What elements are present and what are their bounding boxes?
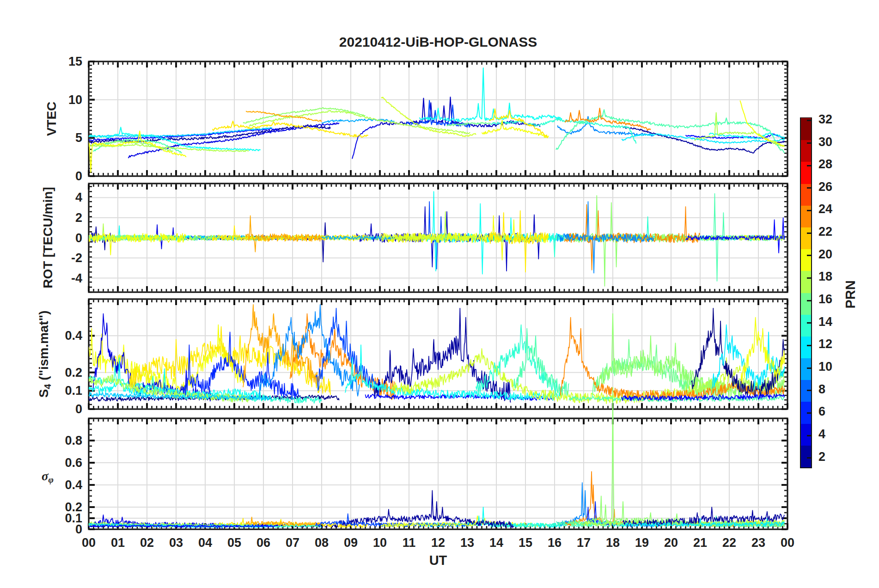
x-tick-label: 18: [606, 536, 620, 550]
y-tick-label: 4: [75, 190, 82, 204]
series-line-prn-4: [128, 122, 339, 158]
colorbar-band: [801, 423, 811, 446]
colorbar-tick: [807, 435, 811, 436]
panel-s4: 00.10.20.4: [65, 299, 787, 416]
colorbar-label: PRN: [843, 280, 858, 308]
x-tick-label: 23: [751, 536, 765, 550]
colorbar-tick-label: 14: [818, 315, 832, 329]
x-tick-label: 00: [781, 536, 794, 550]
y-tick-label: 0.2: [65, 500, 82, 514]
colorbar-tick-label: 16: [818, 292, 832, 306]
y-tick-label: 0.4: [65, 329, 82, 343]
figure: 20210412-UiB-HOP-GLONASS 051015-4-202400…: [0, 0, 879, 588]
colorbar-tick-label: 20: [818, 247, 832, 262]
colorbar-tick-label: 12: [818, 337, 832, 351]
colorbar-tick: [807, 390, 811, 391]
x-axis-label: UT: [429, 553, 447, 568]
colorbar-tick-label: 32: [818, 112, 832, 127]
colorbar-band: [801, 270, 811, 293]
series-line-prn-17: [243, 108, 366, 123]
panel-vtec-grid: [89, 61, 787, 176]
colorbar-band: [801, 445, 811, 467]
colorbar-tick: [807, 120, 811, 121]
x-tick-label: 12: [431, 536, 445, 550]
y-tick-label: 5: [75, 131, 82, 145]
series-line-prn-11: [89, 128, 272, 137]
ylabel-seg: ("ism.mat"): [37, 311, 51, 384]
x-tick-label: 13: [460, 536, 474, 550]
series-line-prn-23: [246, 216, 322, 252]
x-tick-label: 11: [403, 536, 416, 550]
y-tick-label: 10: [68, 93, 82, 107]
x-tick-label: 09: [344, 536, 358, 550]
colorbar-tick-label: 2: [818, 450, 825, 464]
ylabel-seg: φ: [49, 475, 54, 484]
colorbar-tick: [807, 187, 811, 189]
series-line-prn-17: [569, 387, 785, 527]
colorbar-band: [801, 336, 811, 358]
colorbar-bar: [800, 117, 812, 468]
colorbar-tick: [807, 300, 811, 301]
plot-area: 051015-4-202400.10.20.400.10.20.40.60.80…: [0, 0, 879, 588]
series-line-prn-15: [556, 110, 785, 153]
colorbar-tick: [807, 165, 811, 166]
colorbar-tick-label: 10: [818, 360, 832, 374]
series-line-prn-4: [352, 124, 380, 159]
y-tick-label: -2: [71, 251, 82, 265]
x-tick-label: 02: [140, 536, 154, 550]
ylabel-s4: S4 ("ism.mat"): [37, 311, 53, 398]
colorbar-tick-label: 30: [818, 135, 832, 149]
colorbar-tick: [807, 210, 811, 211]
ylabel-seg: ROT [TECU/min]: [41, 187, 55, 288]
colorbar-tick-label: 24: [818, 202, 832, 216]
panel-s4-series: [89, 305, 785, 404]
x-tick-label: 07: [286, 536, 299, 550]
colorbar-tick: [807, 233, 811, 234]
ylabel-rot: ROT [TECU/min]: [41, 187, 55, 288]
panel-vtec: 051015: [68, 55, 787, 183]
x-tick-label: 05: [227, 536, 241, 550]
colorbar-tick: [807, 255, 811, 256]
ylabel-sigma_phi: σφ: [42, 469, 54, 485]
ylabel-seg: S: [37, 389, 51, 398]
colorbar-band: [801, 249, 811, 271]
colorbar-band: [801, 314, 811, 337]
y-tick-label: 0: [75, 231, 82, 245]
y-tick-label: 0.8: [65, 434, 82, 447]
y-tick-label: 0.2: [65, 366, 82, 380]
y-tick-label: 0: [75, 169, 82, 183]
panel-rot: -4-2024: [71, 184, 787, 292]
x-tick-label: 17: [577, 536, 591, 550]
colorbar-tick-label: 8: [818, 382, 825, 397]
colorbar-tick: [807, 412, 811, 414]
y-tick-label: 2: [75, 211, 82, 225]
y-tick-label: 0.1: [65, 384, 82, 398]
colorbar-tick: [807, 345, 811, 346]
series-line-prn-13: [419, 68, 562, 122]
panel-vtec-series: [89, 68, 785, 172]
x-tick-label: 22: [722, 536, 736, 550]
x-tick-label: 14: [489, 536, 503, 550]
colorbar-tick: [807, 142, 811, 144]
series-line-prn-2: [339, 490, 514, 528]
x-tick-label: 19: [635, 536, 649, 550]
ylabel-seg: 4: [43, 384, 53, 389]
colorbar-tick-label: 6: [818, 404, 825, 419]
colorbar-band: [801, 205, 811, 227]
y-tick-label: 0.4: [65, 478, 82, 492]
x-tick-label: 06: [256, 536, 270, 550]
colorbar-band: [801, 358, 811, 380]
series-line-prn-24: [565, 108, 651, 130]
colorbar-tick-label: 4: [818, 427, 825, 441]
x-tick-label: 10: [373, 536, 387, 550]
series-line-prn-23: [243, 305, 322, 387]
colorbar-tick: [807, 368, 811, 369]
panel-sigma_phi-grid: [89, 418, 787, 529]
x-tick-labels: 0001020304050607080910111213141516171819…: [82, 536, 794, 550]
x-tick-label: 04: [198, 536, 212, 550]
x-tick-label: 21: [693, 536, 707, 550]
x-tick-label: 00: [82, 536, 96, 550]
colorbar-tick-label: 28: [818, 157, 832, 172]
panel-rot-series: [89, 191, 785, 286]
colorbar-tick-label: 22: [818, 225, 832, 239]
